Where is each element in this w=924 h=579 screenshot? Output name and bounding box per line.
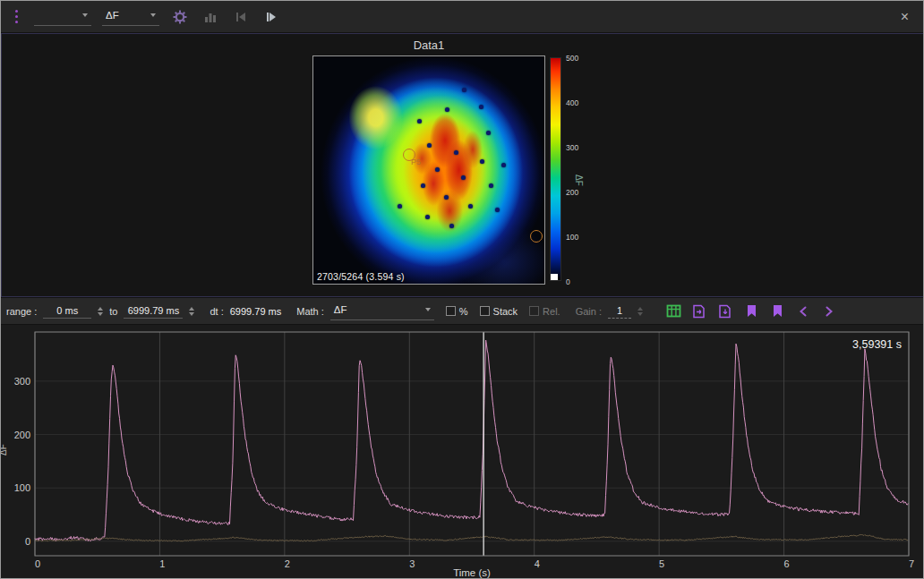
close-icon[interactable]: × [895,10,914,24]
roi-dot[interactable] [461,175,466,180]
export-image-icon[interactable] [689,302,709,321]
roi-dot[interactable] [444,195,449,200]
play-forward-icon[interactable] [261,7,281,27]
roi-circle-label: P5 [411,158,421,166]
x-tick-label: 6 [784,558,790,569]
step-back-icon[interactable] [231,7,251,27]
range-end-spinner[interactable] [189,307,194,316]
x-tick-label: 7 [909,558,914,569]
roi-dot[interactable] [449,224,454,228]
x-tick-label: 3 [409,558,415,569]
gain-spinner[interactable] [637,307,643,316]
cursor-time-label: 3,59391 s [852,338,902,351]
to-label: to [109,306,117,317]
image-panel: Data1 P5 2703/5264 (3.594 s) 50040030020… [1,33,924,297]
roi-dot[interactable] [479,105,483,109]
chevron-down-icon [82,13,88,17]
math-select-value: ΔF [334,304,420,315]
range-start-spinner[interactable] [98,307,103,316]
colorbar-underflow-swatch [551,274,558,280]
signal-mode-select[interactable]: ΔF [102,8,159,26]
plot-border [35,332,909,556]
roi-dot[interactable] [398,204,402,209]
y-tick-label: 300 [14,376,30,387]
colorbar-tick: 200 [566,188,578,197]
roi-dot[interactable] [417,119,422,123]
roi-dot[interactable] [462,88,466,92]
next-marker-icon[interactable] [819,302,839,321]
colorbar-tick: 500 [566,54,578,63]
y-tick-label: 200 [14,430,30,440]
checkbox-box [529,306,539,316]
roi-dot[interactable] [435,167,440,172]
x-tick-label: 1 [159,558,165,569]
stack-checkbox[interactable]: Stack [480,306,518,317]
source-select[interactable] [34,8,91,26]
dt-label: dt : [210,306,223,317]
roi-dot[interactable] [489,183,493,188]
roi-dot[interactable] [445,107,449,112]
roi-dot[interactable] [421,183,425,188]
fluorescence-heatmap[interactable]: P5 2703/5264 (3.594 s) [312,55,545,285]
gain-input[interactable] [608,303,631,319]
checkbox-box [446,306,456,316]
colorbar-tick: 400 [566,98,578,107]
rel-checkbox-label: Rel. [543,306,560,317]
y-tick-label: 0 [25,536,30,547]
prev-marker-icon[interactable] [793,302,813,321]
roi-dot[interactable] [480,159,484,164]
controls-toolbar: range : to dt : 6999.79 ms Math : ΔF % S… [1,297,924,325]
math-select[interactable]: ΔF [330,302,434,320]
chevron-down-icon [425,308,431,311]
histogram-icon[interactable] [201,7,220,27]
stack-checkbox-label: Stack [493,306,518,317]
chart-y-axis-label: ΔF [0,444,8,456]
table-view-icon[interactable] [663,302,683,321]
waveform-chart[interactable]: 012345670100200300Time (s)3,59391 s [1,325,924,579]
percent-checkbox[interactable]: % [446,306,468,317]
x-tick-label: 4 [535,558,540,569]
dt-value: 6999.79 ms [230,306,281,317]
reference-trace [35,534,908,541]
bookmark-icon[interactable] [741,302,761,321]
range-end-input[interactable] [124,303,183,319]
colorbar-tick: 0 [566,277,570,286]
x-tick-label: 0 [35,558,40,569]
x-axis-label: Time (s) [453,567,491,578]
roi-dot[interactable] [486,131,491,135]
top-toolbar: ΔF × [1,1,923,33]
settings-gear-icon[interactable] [170,7,190,27]
colorbar-tick: 300 [566,143,578,152]
signal-mode-value: ΔF [106,10,145,21]
range-label: range : [6,306,37,317]
bookmark-icon-2[interactable] [767,302,787,321]
roi-dot[interactable] [495,208,500,212]
y-tick-label: 100 [14,482,30,493]
export-data-icon[interactable] [715,302,735,321]
math-label: Math : [296,306,324,317]
roi-dot[interactable] [425,215,430,219]
colorbar-unit-label: ΔF [574,175,584,186]
kebab-menu-icon[interactable] [10,10,23,23]
roi-dot[interactable] [468,204,473,209]
x-tick-label: 2 [285,558,290,569]
colorbar [550,57,561,281]
percent-checkbox-label: % [459,306,468,317]
roi-circle-p5[interactable]: P5 [403,149,415,161]
dataset-title: Data1 [312,38,545,52]
roi-p5-trace [35,340,908,541]
app-window: ΔF × Data1 [0,0,924,579]
gain-label: Gain : [576,306,602,317]
frame-counter: 2703/5264 (3.594 s) [317,271,405,282]
roi-dot[interactable] [427,143,432,148]
range-start-input[interactable] [43,303,91,319]
roi-dot[interactable] [501,163,506,167]
roi-circle-edge[interactable] [530,230,543,243]
rel-checkbox: Rel. [529,306,560,317]
checkbox-box [480,306,490,316]
colorbar-tick: 100 [566,233,578,242]
chevron-down-icon [150,13,156,17]
waveform-panel: 012345670100200300Time (s)3,59391 s ΔF [1,325,924,579]
x-tick-label: 5 [659,558,664,569]
roi-dot[interactable] [454,150,458,155]
